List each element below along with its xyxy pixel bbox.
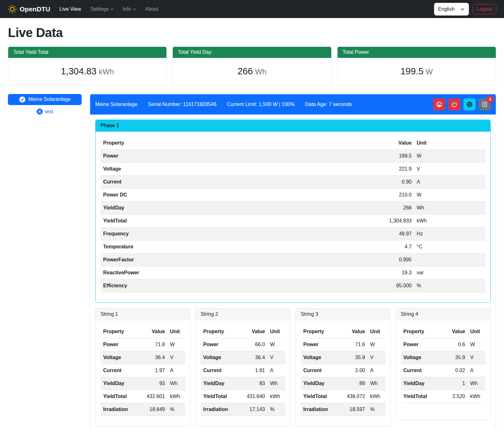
unit-cell: A <box>167 364 185 377</box>
property-cell: Power <box>101 338 138 351</box>
string-card-2: String 2 Property Value Unit <box>195 308 290 427</box>
table-row: YieldTotal438.072kWh <box>301 390 385 403</box>
property-cell: Current <box>301 364 339 377</box>
table-header-row: Property Value Unit <box>101 137 485 150</box>
value-cell: 432.601 <box>138 390 167 403</box>
property-cell: Current <box>201 364 238 377</box>
summary-card-title: Total Yield Day <box>173 47 331 58</box>
nav-item-about[interactable]: About <box>140 3 163 16</box>
phase-table: Property Value Unit Power199.5WVoltage22… <box>101 137 485 292</box>
property-cell: YieldDay <box>301 377 339 390</box>
table-row: Voltage36.4V <box>201 351 285 364</box>
summary-card-total-yield-day: Total Yield Day 266Wh <box>172 47 331 85</box>
value-cell: 1.81 <box>239 364 268 377</box>
phase-card-body: Property Value Unit Power199.5WVoltage22… <box>96 132 490 302</box>
table-row: Power DC210.0W <box>101 188 485 201</box>
column-header: Unit <box>368 325 385 338</box>
inverter-data-age: Data Age: 7 seconds <box>305 101 352 108</box>
unit-cell: % <box>167 403 185 416</box>
sidebar-item-test[interactable]: test <box>8 108 82 115</box>
value-cell: 93 <box>138 377 167 390</box>
table-row: YieldDay1Wh <box>401 377 485 390</box>
string-card-title: String 2 <box>196 308 290 320</box>
property-cell: Temperature <box>101 240 373 253</box>
nav-item-info[interactable]: Info <box>118 3 140 16</box>
content-row: Meine Solaranlage test Meine Solaranlage… <box>8 94 496 430</box>
value-cell: 18.597 <box>339 403 368 416</box>
sidebar-item-label: test <box>45 108 53 115</box>
property-cell: YieldTotal <box>301 390 339 403</box>
summary-value: 1,304.83 <box>61 66 96 76</box>
inverter-panel-body: Phase 1 Property Value Unit P <box>90 115 496 430</box>
value-cell: 89 <box>339 377 368 390</box>
inverter-sidebar: Meine Solaranlage test <box>8 94 82 115</box>
value-cell: 66.0 <box>239 338 268 351</box>
event-log-button[interactable]: 2 <box>479 98 491 110</box>
limit-settings-button[interactable] <box>433 98 445 110</box>
string-card-3: String 3 Property Value Unit <box>296 308 391 427</box>
page-title: Live Data <box>8 23 496 42</box>
nav-item-live-view[interactable]: Live View <box>55 3 86 16</box>
table-row: Current0.02A <box>401 364 485 377</box>
summary-unit: W <box>426 67 433 76</box>
phase-card-title: Phase 1 <box>96 120 490 132</box>
inverter-name: Meine Solaranlage <box>95 101 137 108</box>
sidebar-item-meine-solaranlage[interactable]: Meine Solaranlage <box>8 94 82 105</box>
property-cell: PowerFactor <box>101 253 373 266</box>
unit-cell: kWh <box>167 390 185 403</box>
string-table: Property Value Unit Power66.0WVoltage36.… <box>201 325 285 416</box>
inverter-actions: 2 <box>433 98 491 110</box>
unit-cell: % <box>368 403 385 416</box>
table-row: YieldDay89Wh <box>301 377 385 390</box>
summary-value: 199.5 <box>401 66 424 76</box>
table-header-row: Property Value Unit <box>301 325 385 338</box>
unit-cell: kWh <box>268 390 285 403</box>
unit-cell: Hz <box>414 227 485 240</box>
value-cell: 2.520 <box>439 390 468 403</box>
unit-cell: W <box>167 338 185 351</box>
property-cell: Power <box>101 149 373 162</box>
property-cell: Power <box>401 338 439 351</box>
table-header-row: Property Value Unit <box>401 325 485 338</box>
table-row: Current2.00A <box>301 364 385 377</box>
nav-item-settings[interactable]: Settings <box>86 3 118 16</box>
table-row: Power71.8W <box>101 338 185 351</box>
summary-card-title: Total Yield Total <box>8 47 166 58</box>
property-cell: Irradiation <box>201 403 238 416</box>
summary-card-title: Total Power <box>338 47 496 58</box>
property-cell: ReactivePower <box>101 266 373 279</box>
table-row: YieldDay93Wh <box>101 377 185 390</box>
value-cell: 35.9 <box>439 351 468 364</box>
value-cell: 1,304.833 <box>373 214 414 227</box>
unit-cell: kWh <box>368 390 385 403</box>
table-row: Current1.81A <box>201 364 285 377</box>
column-header: Property <box>101 137 373 150</box>
table-header-row: Property Value Unit <box>201 325 285 338</box>
device-info-button[interactable] <box>464 98 476 110</box>
value-cell: 2.00 <box>339 364 368 377</box>
property-cell: Efficiency <box>101 279 373 292</box>
brand[interactable]: OpenDTU <box>8 4 50 14</box>
event-count-badge: 2 <box>486 96 494 103</box>
table-row: Voltage36.4V <box>101 351 185 364</box>
unit-cell: Wh <box>414 201 485 214</box>
logout-button[interactable]: Logout <box>473 4 496 14</box>
value-cell: 1 <box>439 377 468 390</box>
power-button[interactable] <box>448 98 460 110</box>
sidebar-item-label: Meine Solaranlage <box>28 97 71 102</box>
property-cell: YieldTotal <box>101 390 138 403</box>
table-row: YieldTotal2.520kWh <box>401 390 485 403</box>
inverter-serial: Serial Number: 116171603546 <box>148 101 216 108</box>
language-select[interactable]: English <box>434 3 469 16</box>
table-row: Frequency49.97Hz <box>101 227 485 240</box>
table-row: Irradiation17.143% <box>201 403 285 416</box>
property-cell: Current <box>101 364 138 377</box>
property-cell: Voltage <box>301 351 339 364</box>
string-card-body: Property Value Unit Power66.0WVoltage36.… <box>196 320 290 426</box>
inverter-limit: Current Limit: 1,500 W | 100% <box>227 101 295 108</box>
journal-icon <box>482 101 488 108</box>
table-row: YieldTotal431.640kWh <box>201 390 285 403</box>
nav-links: Live View Settings Info About <box>55 3 163 16</box>
summary-value: 266 <box>238 66 253 76</box>
table-row: Power71.6W <box>301 338 385 351</box>
